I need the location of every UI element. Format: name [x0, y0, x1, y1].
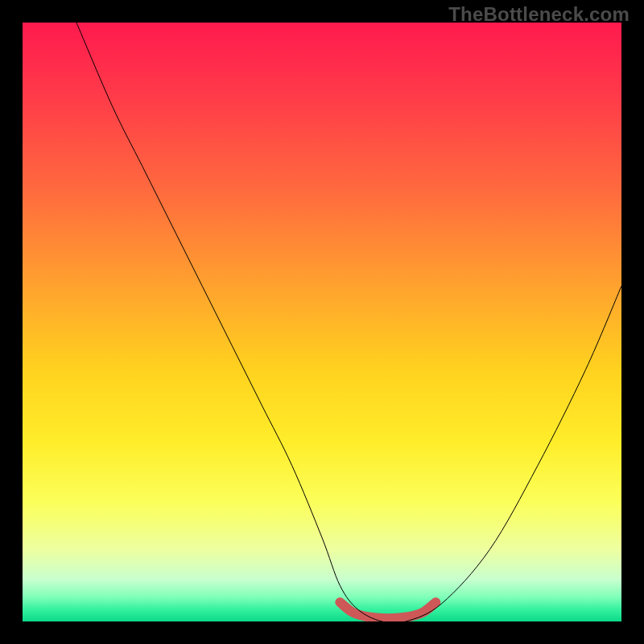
bottleneck-curve [76, 23, 621, 621]
plot-area [23, 23, 621, 621]
chart-frame: TheBottleneck.com [0, 0, 644, 644]
watermark-text: TheBottleneck.com [448, 3, 630, 26]
curve-svg [23, 23, 621, 621]
